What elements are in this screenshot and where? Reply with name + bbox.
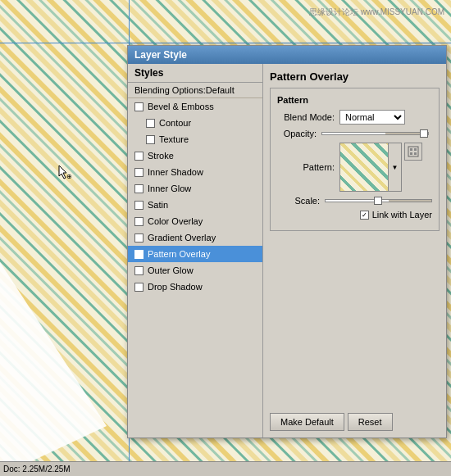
blend-mode-row: Blend Mode: Normal Multiply Screen Overl…	[277, 110, 432, 125]
options-panel: Pattern Overlay Pattern Blend Mode: Norm…	[263, 64, 446, 437]
style-label-inner-shadow: Inner Shadow	[148, 167, 203, 177]
checkbox-color-overlay[interactable]	[134, 217, 144, 226]
style-label-inner-glow: Inner Glow	[148, 184, 191, 193]
checkbox-inner-glow[interactable]	[134, 184, 144, 193]
make-default-button[interactable]: Make Default	[270, 413, 344, 431]
style-item-bevel-emboss[interactable]: Bevel & Emboss	[128, 98, 262, 115]
watermark: 思缘设计论坛 www.MISSYUAN.COM	[309, 7, 444, 18]
pattern-edit-button[interactable]	[404, 143, 422, 161]
checkbox-satin[interactable]	[134, 201, 144, 210]
opacity-label: Opacity:	[277, 129, 317, 138]
svg-rect-13	[410, 152, 412, 155]
pattern-dropdown-button[interactable]: ▼	[389, 143, 402, 192]
svg-rect-12	[414, 148, 417, 151]
opacity-row: Opacity:	[277, 129, 432, 138]
bottom-buttons: Make Default Reset	[270, 410, 440, 431]
style-label-gradient-overlay: Gradient Overlay	[148, 233, 216, 243]
reset-button[interactable]: Reset	[348, 413, 393, 431]
pattern-preview-box[interactable]	[339, 143, 389, 192]
style-label-satin: Satin	[148, 200, 168, 210]
styles-panel-header[interactable]: Styles	[128, 64, 262, 83]
checkbox-inner-shadow[interactable]	[134, 168, 144, 177]
dialog-titlebar: Layer Style	[128, 46, 446, 64]
pattern-label: Pattern:	[277, 162, 335, 172]
checkbox-drop-shadow[interactable]	[134, 283, 144, 292]
ruler-line-horizontal	[0, 43, 451, 43]
scale-row: Scale:	[277, 196, 432, 206]
style-item-inner-shadow[interactable]: Inner Shadow	[128, 164, 262, 180]
layer-style-dialog: Layer Style Styles Blending Options:Defa…	[127, 45, 447, 438]
checkbox-gradient-overlay[interactable]	[134, 233, 144, 243]
dialog-title: Layer Style	[134, 49, 187, 61]
style-label-bevel-emboss: Bevel & Emboss	[148, 102, 214, 111]
options-group-title: Pattern	[277, 95, 432, 105]
checkbox-pattern-overlay[interactable]	[134, 250, 144, 259]
status-bar: Doc: 2.25M/2.25M	[0, 461, 451, 476]
svg-rect-11	[410, 148, 412, 151]
svg-rect-10	[408, 147, 418, 156]
style-item-contour[interactable]: Contour	[128, 115, 262, 131]
style-item-drop-shadow[interactable]: Drop Shadow	[128, 279, 262, 295]
blend-mode-select[interactable]: Normal Multiply Screen Overlay	[339, 110, 405, 125]
status-text: Doc: 2.25M/2.25M	[3, 465, 71, 474]
style-item-stroke[interactable]: Stroke	[128, 147, 262, 164]
style-label-pattern-overlay: Pattern Overlay	[148, 249, 210, 259]
style-item-inner-glow[interactable]: Inner Glow	[128, 180, 262, 197]
style-item-satin[interactable]: Satin	[128, 197, 262, 213]
style-label-contour: Contour	[159, 118, 191, 128]
style-item-texture[interactable]: Texture	[128, 131, 262, 147]
scale-label: Scale:	[277, 196, 320, 206]
checkbox-texture[interactable]	[146, 135, 155, 144]
blending-options-header[interactable]: Blending Options:Default	[128, 83, 262, 98]
link-with-layer-label: Link with Layer	[372, 210, 432, 220]
svg-rect-14	[414, 152, 417, 155]
style-label-outer-glow: Outer Glow	[148, 265, 194, 275]
opacity-slider[interactable]	[321, 132, 429, 135]
style-item-gradient-overlay[interactable]: Gradient Overlay	[128, 229, 262, 246]
pattern-preview-row: Pattern: ▼	[277, 143, 432, 192]
scale-slider[interactable]	[325, 199, 432, 202]
link-with-layer-checkbox[interactable]	[360, 211, 369, 220]
blend-mode-label: Blend Mode:	[277, 112, 335, 122]
style-item-color-overlay[interactable]: Color Overlay	[128, 213, 262, 229]
style-label-color-overlay: Color Overlay	[148, 216, 203, 226]
style-label-texture: Texture	[159, 134, 189, 144]
style-label-stroke: Stroke	[148, 151, 174, 161]
style-item-outer-glow[interactable]: Outer Glow	[128, 262, 262, 279]
style-item-pattern-overlay[interactable]: Pattern Overlay	[128, 246, 262, 262]
checkbox-contour[interactable]	[146, 119, 155, 128]
styles-panel: Styles Blending Options:Default Bevel & …	[128, 64, 263, 437]
style-label-drop-shadow: Drop Shadow	[148, 282, 203, 292]
pattern-options-group: Pattern Blend Mode: Normal Multiply Scre…	[270, 88, 440, 231]
checkbox-bevel-emboss[interactable]	[134, 102, 144, 111]
link-with-layer-row: Link with Layer	[277, 210, 432, 220]
checkbox-stroke[interactable]	[134, 152, 144, 161]
options-section-title: Pattern Overlay	[270, 70, 440, 83]
checkbox-outer-glow[interactable]	[134, 266, 144, 275]
dialog-body: Styles Blending Options:Default Bevel & …	[128, 64, 446, 437]
